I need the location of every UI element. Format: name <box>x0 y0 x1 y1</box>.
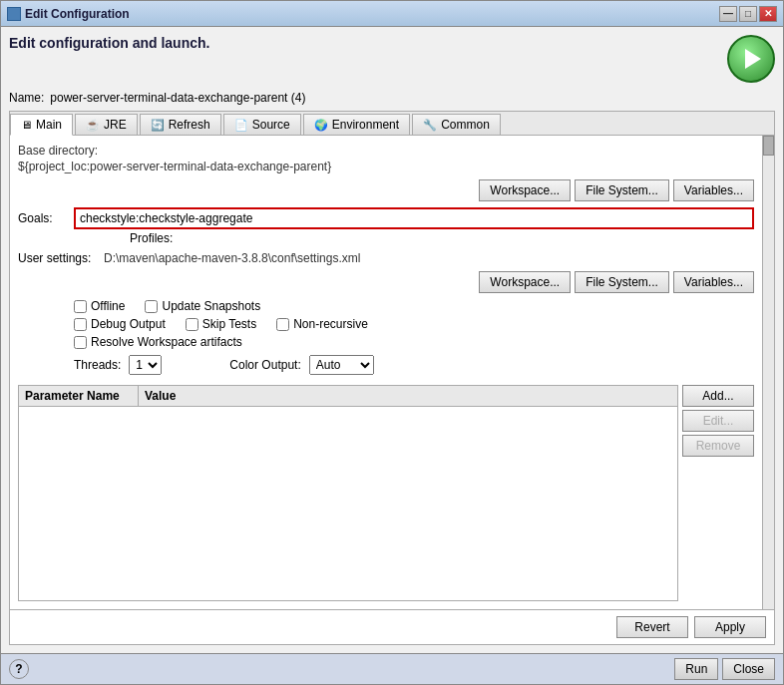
tab-main[interactable]: 🖥 Main <box>10 114 73 136</box>
file-system-button-2[interactable]: File System... <box>575 271 669 293</box>
env-tab-label: Environment <box>332 118 399 132</box>
debug-output-label: Debug Output <box>91 317 166 331</box>
jre-tab-label: JRE <box>104 118 127 132</box>
goals-row: Goals: <box>18 207 754 229</box>
file-system-button-1[interactable]: File System... <box>575 179 669 201</box>
source-tab-label: Source <box>252 118 290 132</box>
update-snapshots-checkbox[interactable]: Update Snapshots <box>145 299 260 313</box>
panel-content: Base directory: ${project_loc:power-serv… <box>10 136 762 609</box>
resolve-workspace-label: Resolve Workspace artifacts <box>91 335 242 349</box>
content-area: Edit configuration and launch. Name: pow… <box>1 27 783 653</box>
checkbox-row-3: Resolve Workspace artifacts <box>74 335 754 349</box>
color-output-select[interactable]: Auto Always Never <box>309 355 374 375</box>
non-recursive-label: Non-recursive <box>293 317 368 331</box>
main-panel: 🖥 Main ☕ JRE 🔄 Refresh 📄 Source 🌍 <box>9 111 775 645</box>
taskbar-close-button[interactable]: Close <box>722 658 775 680</box>
update-snapshots-label: Update Snapshots <box>162 299 260 313</box>
close-button[interactable]: ✕ <box>759 6 777 22</box>
resolve-workspace-input[interactable] <box>74 336 87 349</box>
app-icon <box>7 7 21 21</box>
window-controls: — □ ✕ <box>719 6 777 22</box>
tabs-bar: 🖥 Main ☕ JRE 🔄 Refresh 📄 Source 🌍 <box>10 112 774 136</box>
taskbar: ? Run Close <box>1 653 783 684</box>
title-bar-left: Edit Configuration <box>7 7 130 21</box>
non-recursive-checkbox[interactable]: Non-recursive <box>276 317 368 331</box>
apply-button[interactable]: Apply <box>694 616 766 638</box>
name-value: power-server-terminal-data-exchange-pare… <box>50 91 305 105</box>
offline-input[interactable] <box>74 300 87 313</box>
tab-source[interactable]: 📄 Source <box>223 114 301 135</box>
user-settings-row: User settings: D:\maven\apache-maven-3.8… <box>18 251 754 265</box>
table-body <box>19 407 677 487</box>
remove-button[interactable]: Remove <box>682 435 754 457</box>
profiles-row: Profiles: <box>74 231 754 245</box>
value-header: Value <box>139 386 677 406</box>
parameter-table: Parameter Name Value <box>18 385 678 601</box>
user-settings-label: User settings: <box>18 251 98 265</box>
refresh-tab-label: Refresh <box>169 118 210 132</box>
window-title: Edit Configuration <box>25 7 130 21</box>
env-tab-icon: 🌍 <box>314 119 328 132</box>
edit-button[interactable]: Edit... <box>682 410 754 432</box>
checkboxes-section: Offline Update Snapshots Debug Output <box>74 299 754 349</box>
variables-button-1[interactable]: Variables... <box>673 179 754 201</box>
checkbox-row-1: Offline Update Snapshots <box>74 299 754 313</box>
panel-bottom-buttons: Revert Apply <box>10 609 774 644</box>
header-text: Edit configuration and launch. <box>9 35 209 51</box>
tab-jre[interactable]: ☕ JRE <box>75 114 138 135</box>
common-tab-label: Common <box>441 118 490 132</box>
add-button[interactable]: Add... <box>682 385 754 407</box>
common-tab-icon: 🔧 <box>423 119 437 132</box>
tab-common[interactable]: 🔧 Common <box>412 114 501 135</box>
threads-row: Threads: 1 2 4 Color Output: Auto Always… <box>74 355 754 375</box>
skip-tests-checkbox[interactable]: Skip Tests <box>186 317 256 331</box>
workspace-button-2[interactable]: Workspace... <box>479 271 571 293</box>
header-section: Edit configuration and launch. <box>9 35 775 83</box>
debug-output-input[interactable] <box>74 318 87 331</box>
update-snapshots-input[interactable] <box>145 300 158 313</box>
run-icon <box>745 49 761 69</box>
main-tab-icon: 🖥 <box>21 119 32 131</box>
tab-refresh[interactable]: 🔄 Refresh <box>140 114 221 135</box>
refresh-tab-icon: 🔄 <box>151 119 165 132</box>
parameter-table-section: Parameter Name Value Add... Edit... Remo… <box>18 385 754 601</box>
settings-buttons: Workspace... File System... Variables... <box>18 271 754 293</box>
workspace-button-1[interactable]: Workspace... <box>479 179 571 201</box>
base-directory-section: Base directory: ${project_loc:power-serv… <box>18 144 754 173</box>
resolve-workspace-checkbox[interactable]: Resolve Workspace artifacts <box>74 335 242 349</box>
profiles-label: Profiles: <box>130 231 173 245</box>
checkbox-row-2: Debug Output Skip Tests Non-recursive <box>74 317 754 331</box>
taskbar-run-button[interactable]: Run <box>674 658 718 680</box>
goals-section: Goals: Profiles: <box>18 207 754 245</box>
offline-checkbox[interactable]: Offline <box>74 299 125 313</box>
source-tab-icon: 📄 <box>234 119 248 132</box>
skip-tests-input[interactable] <box>186 318 198 331</box>
minimize-button[interactable]: — <box>719 6 737 22</box>
base-directory-label: Base directory: <box>18 144 754 158</box>
non-recursive-input[interactable] <box>276 318 289 331</box>
scroll-thumb[interactable] <box>763 136 774 156</box>
tab-environment[interactable]: 🌍 Environment <box>303 114 410 135</box>
offline-label: Offline <box>91 299 125 313</box>
table-buttons: Add... Edit... Remove <box>682 385 754 601</box>
revert-button[interactable]: Revert <box>616 616 688 638</box>
main-tab-label: Main <box>36 118 62 132</box>
table-header: Parameter Name Value <box>19 386 677 407</box>
goals-input[interactable] <box>74 207 754 229</box>
user-settings-value: D:\maven\apache-maven-3.8.8\conf\setting… <box>104 251 360 265</box>
skip-tests-label: Skip Tests <box>202 317 256 331</box>
directory-buttons: Workspace... File System... Variables... <box>18 179 754 201</box>
jre-tab-icon: ☕ <box>86 119 100 132</box>
base-directory-value: ${project_loc:power-server-terminal-data… <box>18 160 754 173</box>
scrollbar[interactable] <box>762 136 774 609</box>
debug-output-checkbox[interactable]: Debug Output <box>74 317 166 331</box>
goals-label: Goals: <box>18 211 68 225</box>
threads-select[interactable]: 1 2 4 <box>129 355 162 375</box>
maximize-button[interactable]: □ <box>739 6 757 22</box>
run-button[interactable] <box>727 35 775 83</box>
color-output-label: Color Output: <box>229 358 300 372</box>
variables-button-2[interactable]: Variables... <box>673 271 754 293</box>
help-button[interactable]: ? <box>9 659 29 679</box>
param-name-header: Parameter Name <box>19 386 139 406</box>
name-label: Name: <box>9 91 44 105</box>
